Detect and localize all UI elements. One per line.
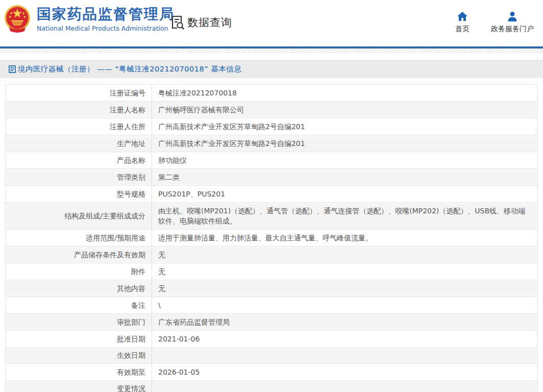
table-row: 批准日期2021-01-06 [6,331,537,348]
row-label: 产品名称 [6,152,152,168]
table-row: 结构及组成/主要组成成分由主机、咬嘴(MP201)（选配）、通气管（选配）、通气… [6,203,537,230]
row-label: 注册人住所 [6,118,152,135]
row-label: 产品储存条件及有效期 [6,247,152,263]
row-label-text: 结构及组成/主要组成成分 [64,211,145,221]
row-label-text: 有效期至 [117,368,145,377]
row-label-text: 附件 [131,267,145,277]
row-label-text: 产品名称 [117,156,145,165]
row-label: 其他内容 [6,280,152,297]
table-row: 有效期至2026-01-05 [6,364,537,381]
row-label-text: 产品储存条件及有效期 [74,250,145,260]
row-label: 附件 [6,263,152,280]
table-row: 附件无 [6,263,537,280]
document-search-icon [171,15,184,30]
breadcrumb-text: 境内医疗器械（注册） —— “粤械注准20212070018” 基本信息 [18,64,241,74]
row-value: 肺功能仪 [152,152,537,168]
row-value [152,381,537,392]
row-value: 无 [152,247,537,263]
table-row: 审批部门广东省药品监督管理局 [6,314,537,331]
person-icon [507,11,518,21]
row-value: 由主机、咬嘴(MP201)（选配）、通气管（选配）、通气连接管（选配）、咬嘴(M… [152,203,537,229]
table-row: 注册人住所广州高新技术产业开发区芳草甸路2号自编201 [6,118,537,135]
row-label-text: 批准日期 [117,334,145,344]
page-header: 国家药品监督管理局 National Medical Products Admi… [0,0,543,46]
table-row: 生效日期 [6,348,537,364]
row-value [152,348,537,363]
breadcrumb: 境内医疗器械（注册） —— “粤械注准20212070018” 基本信息 [0,60,543,78]
row-label-text: 型号规格 [117,189,145,199]
row-value: 无 [152,280,537,297]
site-title-en: National Medical Products Administration [37,24,175,32]
row-value: 广州高新技术产业开发区芳草甸路2号自编201 [152,118,537,135]
table-row: 备注\ [6,297,537,314]
info-table: 注册证编号粤械注准20212070018注册人名称广州畅呼医疗器械有限公司注册人… [5,84,538,392]
row-label: 型号规格 [6,186,152,202]
row-label-text: 审批部门 [117,317,145,327]
row-label-text: 注册人住所 [110,122,145,132]
hatched-strip [0,48,543,53]
table-row: 生产地址广州高新技术产业开发区芳草甸路2号自编201 [6,135,537,152]
row-value: 2026-01-05 [152,364,537,380]
document-list-icon [9,65,16,73]
top-navigation: 首页 政务服务门户 [455,11,534,34]
row-label: 审批部门 [6,314,152,330]
nav-home-label: 首页 [455,24,470,34]
table-row: 注册证编号粤械注准20212070018 [6,85,537,102]
row-label: 备注 [6,297,152,313]
nav-home[interactable]: 首页 [455,11,470,34]
row-value: 2021-01-06 [152,331,537,347]
nav-gov-portal-label: 政务服务门户 [491,24,534,34]
national-emblem-icon [4,5,31,33]
row-value: 第二类 [152,169,537,185]
row-label-text: 备注 [131,301,145,310]
table-row: 产品储存条件及有效期无 [6,247,537,263]
row-label-text: 生效日期 [117,351,145,360]
row-label: 变更情况 [6,381,152,392]
data-query-label: 数据查询 [187,15,232,30]
row-label: 结构及组成/主要组成成分 [6,203,152,229]
table-row: 产品名称肺功能仪 [6,152,537,169]
site-title-cn: 国家药品监督管理局 [37,6,175,23]
row-label: 有效期至 [6,364,152,380]
table-row: 变更情况 [6,381,537,392]
row-value: \ [152,297,537,313]
table-row: 其他内容无 [6,280,537,297]
nmpa-logo-block[interactable]: 国家药品监督管理局 National Medical Products Admi… [4,5,175,33]
table-row: 型号规格PUS201P、PUS201 [6,186,537,203]
row-label-text: 生产地址 [117,139,145,149]
row-label: 注册证编号 [6,85,152,101]
row-value: 适用于测量肺活量、用力肺活量、最大自主通气量、呼气峰值流量。 [152,230,537,246]
row-value: PUS201P、PUS201 [152,186,537,202]
row-label-text: 变更情况 [117,384,145,392]
row-label: 生产地址 [6,135,152,152]
row-value: 广州高新技术产业开发区芳草甸路2号自编201 [152,135,537,152]
row-label-text: 适用范围/预期用途 [86,233,145,243]
row-value: 粤械注准20212070018 [152,85,537,101]
row-value: 无 [152,263,537,280]
home-icon [457,11,468,21]
row-value: 广州畅呼医疗器械有限公司 [152,102,537,118]
row-label-text: 其他内容 [117,284,145,293]
table-row: 注册人名称广州畅呼医疗器械有限公司 [6,102,537,118]
row-value: 广东省药品监督管理局 [152,314,537,330]
row-label-text: 管理类别 [117,173,145,182]
row-label-text: 注册人名称 [110,105,145,115]
data-query-section[interactable]: 数据查询 [171,15,232,30]
row-label: 适用范围/预期用途 [6,230,152,246]
row-label: 生效日期 [6,348,152,363]
table-row: 适用范围/预期用途适用于测量肺活量、用力肺活量、最大自主通气量、呼气峰值流量。 [6,230,537,247]
row-label: 注册人名称 [6,102,152,118]
row-label: 批准日期 [6,331,152,347]
row-label: 管理类别 [6,169,152,185]
row-label-text: 注册证编号 [110,88,145,98]
table-row: 管理类别第二类 [6,169,537,186]
nav-gov-portal[interactable]: 政务服务门户 [491,11,534,34]
